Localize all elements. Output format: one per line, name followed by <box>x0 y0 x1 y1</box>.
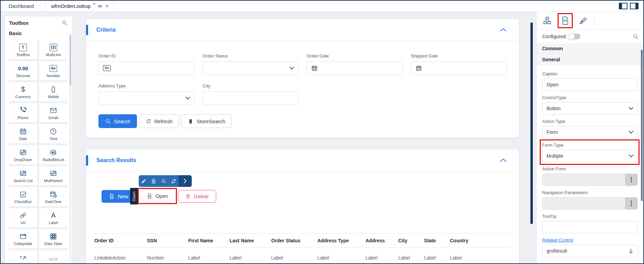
actiontype-select[interactable]: Form <box>542 126 638 138</box>
related-control-link[interactable]: Related Control <box>542 237 638 243</box>
toolbox-item-datetime[interactable]: DateTime <box>39 187 67 206</box>
open-button[interactable]: Open <box>139 190 176 202</box>
refresh-icon <box>146 118 151 124</box>
section-general[interactable]: General <box>537 54 643 65</box>
toolbox-item-radiobtnlist[interactable]: RadioBtnList <box>39 145 67 164</box>
navparams-ellipsis-button[interactable] <box>625 198 637 209</box>
pin-icon[interactable] <box>97 4 103 8</box>
toolbox-item-currency[interactable]: $ Currency <box>9 82 37 101</box>
main-scrollbar-thumb[interactable] <box>530 22 533 224</box>
new-badge: NEW <box>49 255 58 263</box>
order-status-select[interactable] <box>203 61 299 75</box>
navparams-input[interactable] <box>542 198 625 209</box>
properties-scrollbar-thumb[interactable] <box>641 50 643 201</box>
caption-input[interactable]: Open <box>542 78 638 91</box>
tab-close-icon[interactable]: × <box>105 3 109 9</box>
activeform-input[interactable] <box>542 174 625 186</box>
prop-controltype: ControlType Button <box>542 95 638 115</box>
toolbox-item-multiselect[interactable]: MultiSelect <box>39 166 67 185</box>
textbox-icon: T <box>19 43 27 52</box>
properties-tabs <box>537 12 643 30</box>
workspace: Toolbox Basic T TextBox MultiLine 0.00 D… <box>1 12 643 263</box>
prop-actiontype: Action Type Form <box>542 119 638 138</box>
section-common[interactable]: Common <box>537 43 643 54</box>
tooltip-input[interactable] <box>542 221 638 233</box>
storesearch-button[interactable]: StoreSearch <box>181 114 232 128</box>
shipped-date-input[interactable] <box>411 61 507 75</box>
swap-arrows-icon[interactable] <box>169 175 179 187</box>
prop-tooltip: ToolTip <box>542 214 638 233</box>
phone-icon <box>19 106 27 115</box>
toolbox-section-basic[interactable]: Basic <box>9 31 67 36</box>
form-settings-icon[interactable] <box>149 175 159 187</box>
toolbox-item-mobile[interactable]: Mobile <box>39 82 67 101</box>
city-input[interactable] <box>203 91 299 105</box>
date-icon <box>19 127 27 136</box>
order-date-input[interactable] <box>307 61 403 75</box>
toolbox-item-number[interactable]: No Number <box>39 61 67 80</box>
configured-toggle[interactable] <box>569 34 580 39</box>
criteria-collapse-icon[interactable] <box>500 28 507 32</box>
props-search-icon[interactable] <box>632 33 638 40</box>
table-row[interactable]: LinkableAction Number Label Label Label … <box>94 248 511 263</box>
results-collapse-icon[interactable] <box>500 158 507 162</box>
refresh-button[interactable]: Refresh <box>139 114 179 128</box>
configured-row: Configured <box>537 30 643 43</box>
criteria-accent-bar <box>86 25 88 35</box>
calendar-icon <box>311 65 318 72</box>
toolbox-item-datatable[interactable]: Data Table <box>39 229 67 248</box>
relatedcontrol-select[interactable]: grvResult <box>542 245 638 257</box>
search-results-panel: Search Results <box>86 149 519 263</box>
address-type-select[interactable] <box>98 91 194 105</box>
toolbox-item-searchlist[interactable]: Search List <box>9 166 37 185</box>
prop-relatedcontrol: Related Control grvResult <box>542 237 638 257</box>
edit-pencil-icon[interactable] <box>139 175 149 187</box>
toolbox-item-textbox[interactable]: T TextBox <box>9 40 37 59</box>
criteria-title: Criteria <box>96 27 116 33</box>
toolbox-item-phone[interactable]: Phone <box>9 103 37 122</box>
controltype-select[interactable]: Button <box>542 102 638 115</box>
field-city: City <box>203 83 299 105</box>
toolbox-item-decimal[interactable]: 0.00 Decimal <box>9 61 37 80</box>
activeform-ellipsis-button[interactable] <box>625 174 637 186</box>
toggle-left-panel-icon[interactable] <box>619 3 627 9</box>
toolbox-item-multiline[interactable]: MultiLine <box>39 40 67 59</box>
search-button[interactable]: Search <box>98 114 137 128</box>
code-properties-tab[interactable] <box>560 15 570 27</box>
decimal-icon: 0.00 <box>18 64 28 73</box>
tab-dashboard[interactable]: Dashboard <box>2 1 40 11</box>
style-brush-tab[interactable] <box>578 15 588 27</box>
toggle-right-panel-icon[interactable] <box>630 3 638 9</box>
tab-wfmorderlookup[interactable]: wfmOrderLookup * × <box>45 1 114 11</box>
toolbox-item-checkbox[interactable]: CheckBox <box>9 187 37 206</box>
toolbox-search-icon[interactable] <box>62 20 67 26</box>
checkbox-icon <box>19 190 27 199</box>
toolbox-item-email[interactable]: Email <box>39 103 67 122</box>
order-id-input[interactable]: No <box>98 61 194 75</box>
configured-label: Configured <box>542 34 566 39</box>
zoom-search-icon[interactable] <box>159 175 169 187</box>
toolbox-item-time[interactable]: Time <box>39 124 67 143</box>
toggle-knob <box>568 33 575 40</box>
toolbox-item-url[interactable]: Url <box>9 208 37 227</box>
table-header-row: Order ID SSN First Name Last Name Order … <box>94 234 511 248</box>
toolbox-item-dropdown[interactable]: DropDown <box>9 145 37 164</box>
toolbox-scrollbar-thumb[interactable] <box>70 34 71 86</box>
toolbox-item-label[interactable]: A Label <box>39 208 67 227</box>
more-chevron-icon[interactable] <box>179 175 192 187</box>
field-address-type: Address Type <box>98 83 194 105</box>
layout-blocks-tab[interactable] <box>542 15 552 27</box>
unsaved-marker: * <box>93 2 95 7</box>
toolbox-item-collapsible[interactable]: Collapsible <box>9 229 37 248</box>
field-order-date: Order Date <box>307 53 403 75</box>
toolbox-item-expand[interactable] <box>9 250 37 263</box>
datetime-icon <box>50 190 57 199</box>
toolbox-item-date[interactable]: Date <box>9 124 37 143</box>
chevron-down-icon <box>186 97 190 99</box>
formtype-select[interactable]: Multiple <box>542 150 638 162</box>
chevron-down-icon <box>289 67 294 70</box>
mobile-icon <box>50 85 57 94</box>
toolbox-item-new[interactable]: NEW <box>39 250 67 263</box>
tab-dashboard-label: Dashboard <box>9 3 34 9</box>
delete-button[interactable]: Delete <box>178 190 216 203</box>
